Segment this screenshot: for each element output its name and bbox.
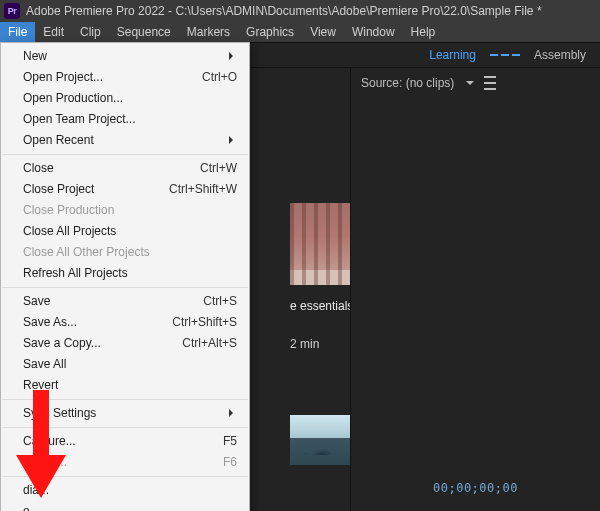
- menu-file[interactable]: File: [0, 22, 35, 42]
- file-menu-new[interactable]: New: [1, 46, 249, 67]
- file-menu-save-a-copy[interactable]: Save a Copy...Ctrl+Alt+S: [1, 333, 249, 354]
- menu-label: View: [310, 25, 336, 39]
- file-menu-revert[interactable]: Revert: [1, 375, 249, 396]
- program-monitor-panel: Source: (no clips) 00;00;00;00: [350, 68, 600, 511]
- file-menu-sync-settings[interactable]: Sync Settings: [1, 403, 249, 424]
- workspace-assembly[interactable]: Assembly: [534, 48, 586, 62]
- file-menu-open-project[interactable]: Open Project...Ctrl+O: [1, 67, 249, 88]
- learn-panel-content: e essentials 2 min: [290, 68, 350, 511]
- chevron-down-icon: [464, 76, 474, 90]
- file-menu-apture: apture...F6: [1, 452, 249, 473]
- menu-item-shortcut: Ctrl+Shift+W: [169, 181, 237, 198]
- menu-item-label: Refresh All Projects: [23, 265, 128, 282]
- menu-markers[interactable]: Markers: [179, 22, 238, 42]
- menu-item-label: Open Project...: [23, 69, 103, 86]
- menu-separator: [2, 427, 248, 428]
- menu-item-label: Revert: [23, 377, 58, 394]
- menu-item-label: Save a Copy...: [23, 335, 101, 352]
- menu-separator: [2, 476, 248, 477]
- menu-label: Graphics: [246, 25, 294, 39]
- menu-item-shortcut: Ctrl+W: [200, 160, 237, 177]
- menu-item-label: dia...: [23, 482, 49, 499]
- menu-item-label: Close: [23, 160, 54, 177]
- menu-item-label: Close Project: [23, 181, 94, 198]
- menu-help[interactable]: Help: [403, 22, 444, 42]
- menu-item-label: Close Production: [23, 202, 114, 219]
- title-bar: Pr Adobe Premiere Pro 2022 - C:\Users\AD…: [0, 0, 600, 22]
- menu-label: Sequence: [117, 25, 171, 39]
- menu-item-label: Open Production...: [23, 90, 123, 107]
- program-monitor: 00;00;00;00: [361, 100, 590, 505]
- source-panel-header[interactable]: Source: (no clips): [361, 76, 590, 90]
- file-menu-e[interactable]: e...: [1, 501, 249, 511]
- menu-separator: [2, 399, 248, 400]
- menu-sequence[interactable]: Sequence: [109, 22, 179, 42]
- menu-item-label: Open Team Project...: [23, 111, 136, 128]
- menu-label: Clip: [80, 25, 101, 39]
- menu-bar: FileEditClipSequenceMarkersGraphicsViewW…: [0, 22, 600, 42]
- file-menu-capture[interactable]: Capture...F5: [1, 431, 249, 452]
- file-menu-close-production: Close Production: [1, 200, 249, 221]
- menu-graphics[interactable]: Graphics: [238, 22, 302, 42]
- menu-item-shortcut: Ctrl+Shift+S: [172, 314, 237, 331]
- premiere-app-icon: Pr: [4, 3, 20, 19]
- menu-item-shortcut: Ctrl+Alt+S: [182, 335, 237, 352]
- file-menu-close-all-other-projects: Close All Other Projects: [1, 242, 249, 263]
- menu-item-label: Close All Projects: [23, 223, 116, 240]
- menu-item-label: Save: [23, 293, 50, 310]
- panel-menu-icon[interactable]: [484, 76, 496, 90]
- menu-item-label: Save All: [23, 356, 66, 373]
- file-menu: NewOpen Project...Ctrl+OOpen Production.…: [0, 42, 250, 511]
- menu-item-shortcut: Ctrl+S: [203, 293, 237, 310]
- file-menu-open-recent[interactable]: Open Recent: [1, 130, 249, 151]
- app-icon-label: Pr: [8, 6, 17, 16]
- file-menu-close-project[interactable]: Close ProjectCtrl+Shift+W: [1, 179, 249, 200]
- menu-item-label: apture...: [23, 454, 67, 471]
- menu-separator: [2, 287, 248, 288]
- menu-item-label: Save As...: [23, 314, 77, 331]
- timecode[interactable]: 00;00;00;00: [433, 481, 518, 495]
- tutorial-thumbnail-top[interactable]: [290, 203, 350, 285]
- chevron-right-icon: [225, 48, 237, 65]
- menu-label: Help: [411, 25, 436, 39]
- menu-item-shortcut: F5: [223, 433, 237, 450]
- tutorial-duration: 2 min: [290, 337, 319, 351]
- menu-item-shortcut: Ctrl+O: [202, 69, 237, 86]
- menu-label: File: [8, 25, 27, 39]
- chevron-right-icon: [225, 132, 237, 149]
- window-title: Adobe Premiere Pro 2022 - C:\Users\ADMIN…: [26, 4, 542, 18]
- menu-item-label: New: [23, 48, 47, 65]
- file-menu-refresh-all-projects[interactable]: Refresh All Projects: [1, 263, 249, 284]
- file-menu-open-team-project[interactable]: Open Team Project...: [1, 109, 249, 130]
- source-panel-label: Source: (no clips): [361, 76, 454, 90]
- file-menu-save-all[interactable]: Save All: [1, 354, 249, 375]
- tutorial-thumbnail-bottom[interactable]: [290, 415, 350, 465]
- menu-clip[interactable]: Clip: [72, 22, 109, 42]
- workspace-options-icon[interactable]: [490, 54, 520, 56]
- menu-item-label: Capture...: [23, 433, 76, 450]
- menu-separator: [2, 154, 248, 155]
- menu-item-label: Open Recent: [23, 132, 94, 149]
- menu-item-label: Sync Settings: [23, 405, 96, 422]
- menu-item-label: e...: [23, 503, 40, 511]
- workspace-learning[interactable]: Learning: [429, 48, 476, 62]
- file-menu-close[interactable]: CloseCtrl+W: [1, 158, 249, 179]
- menu-label: Edit: [43, 25, 64, 39]
- menu-window[interactable]: Window: [344, 22, 403, 42]
- file-menu-close-all-projects[interactable]: Close All Projects: [1, 221, 249, 242]
- file-menu-save-as[interactable]: Save As...Ctrl+Shift+S: [1, 312, 249, 333]
- menu-item-label: Close All Other Projects: [23, 244, 150, 261]
- file-menu-dia[interactable]: dia...: [1, 480, 249, 501]
- menu-item-shortcut: F6: [223, 454, 237, 471]
- file-menu-open-production[interactable]: Open Production...: [1, 88, 249, 109]
- menu-label: Markers: [187, 25, 230, 39]
- menu-view[interactable]: View: [302, 22, 344, 42]
- tutorial-title: e essentials: [290, 299, 353, 313]
- file-menu-save[interactable]: SaveCtrl+S: [1, 291, 249, 312]
- chevron-right-icon: [225, 405, 237, 422]
- menu-edit[interactable]: Edit: [35, 22, 72, 42]
- menu-label: Window: [352, 25, 395, 39]
